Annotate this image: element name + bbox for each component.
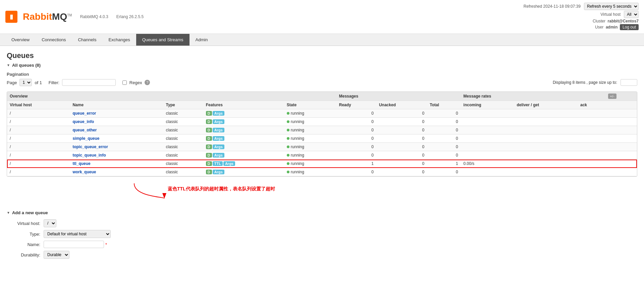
table-row[interactable]: /work_queueclassicDArgsrunning000 <box>7 168 637 176</box>
row-type: classic <box>163 168 203 176</box>
table-row[interactable]: /topic_queue_infoclassicDArgsrunning000 <box>7 151 637 160</box>
row-ready: 1 <box>336 160 376 168</box>
row-unacked: 0 <box>376 134 427 143</box>
form-row-name: Name: * <box>7 241 637 248</box>
row-incoming <box>461 134 514 143</box>
row-vhost: / <box>7 160 70 168</box>
vhost-form-select[interactable]: / <box>44 219 56 227</box>
row-name[interactable]: topic_queue_error <box>70 143 163 151</box>
pagination-controls: Page 1 of 1 Filter: Regex ? Displaying 8… <box>7 79 637 86</box>
row-name[interactable]: queue_info <box>70 118 163 126</box>
row-name[interactable]: queue_error <box>70 109 163 118</box>
row-ack <box>578 151 605 160</box>
row-unacked: 0 <box>376 109 427 118</box>
state-running: running <box>287 111 304 116</box>
row-incoming <box>461 143 514 151</box>
plus-minus-button[interactable]: +/- <box>608 94 616 99</box>
plus-minus-cell[interactable]: +/- <box>605 92 637 101</box>
form-row-vhost: Virtual host: / <box>7 219 637 227</box>
row-ack <box>578 109 605 118</box>
col-deliver-get: deliver / get <box>514 101 578 109</box>
content: Queues ▼ All queues (8) Pagination Page … <box>0 46 644 267</box>
vhost-select[interactable]: All <box>624 11 639 18</box>
triangle-icon: ▼ <box>7 63 10 67</box>
table-row[interactable]: /topic_queue_errorclassicDArgsrunning000 <box>7 143 637 151</box>
state-dot <box>287 154 289 157</box>
vhost-label: Virtual host <box>600 12 621 17</box>
durability-form-label: Durability: <box>7 252 40 257</box>
regex-help: ? <box>145 80 150 85</box>
pagination-label: Pagination <box>7 72 637 77</box>
user-label: User <box>595 25 603 30</box>
row-ack <box>578 126 605 134</box>
row-type: classic <box>163 126 203 134</box>
row-incoming <box>461 168 514 176</box>
refresh-select[interactable]: Refresh every 5 seconds <box>584 3 639 10</box>
row-total: 0 <box>427 151 461 160</box>
row-type: classic <box>163 151 203 160</box>
row-vhost: / <box>7 109 70 118</box>
row-total: 0 <box>427 126 461 134</box>
header-right: Refreshed 2024-11-18 09:07:39 Refresh ev… <box>524 3 639 31</box>
table-row[interactable]: /queue_otherclassicDArgsrunning000 <box>7 126 637 134</box>
nav: Overview Connections Channels Exchanges … <box>0 34 644 46</box>
nav-item-overview[interactable]: Overview <box>5 34 36 46</box>
type-form-select[interactable]: Default for virtual host <box>44 230 111 238</box>
state-dot <box>287 129 289 131</box>
row-unacked: 0 <box>376 143 427 151</box>
col-ready: Ready <box>336 101 376 109</box>
annotation-text: 蓝色TTL代表队列的超时属性，表名队列设置了超时 <box>168 186 275 192</box>
page-select[interactable]: 1 <box>19 79 32 86</box>
name-form-label: Name: <box>7 242 40 247</box>
row-name[interactable]: queue_other <box>70 126 163 134</box>
row-incoming <box>461 151 514 160</box>
row-name[interactable]: simple_queue <box>70 134 163 143</box>
row-vhost: / <box>7 143 70 151</box>
row-vhost: / <box>7 134 70 143</box>
nav-item-channels[interactable]: Channels <box>72 34 102 46</box>
row-state: running <box>284 151 336 160</box>
row-features: DArgs <box>203 151 284 160</box>
state-running: running <box>287 119 304 124</box>
durability-form-select[interactable]: Durable <box>44 251 69 259</box>
col-incoming: incoming <box>461 101 514 109</box>
logo-text: RabbitMQTM <box>23 11 72 22</box>
col-extra <box>605 101 637 109</box>
row-vhost: / <box>7 118 70 126</box>
all-queues-header[interactable]: ▼ All queues (8) <box>7 63 637 68</box>
table-row[interactable]: /queue_errorclassicDArgsrunning000 <box>7 109 637 118</box>
all-queues-label: All queues (8) <box>12 63 41 68</box>
add-queue-label: Add a new queue <box>12 210 48 215</box>
row-state: running <box>284 126 336 134</box>
row-features: DArgs <box>203 126 284 134</box>
page-title: Queues <box>7 51 637 60</box>
filter-label: Filter: <box>49 80 60 85</box>
filter-input[interactable] <box>62 79 116 86</box>
state-running: running <box>287 144 304 149</box>
name-form-input[interactable] <box>44 241 104 248</box>
table-row[interactable]: /ttl_queueclassicDTTLArgsrunning1010.00/… <box>7 160 637 168</box>
regex-checkbox[interactable] <box>122 80 127 85</box>
row-features: DTTLArgs <box>203 160 284 168</box>
row-ack <box>578 143 605 151</box>
nav-item-queues[interactable]: Queues and Streams <box>136 34 190 46</box>
row-name[interactable]: ttl_queue <box>70 160 163 168</box>
row-extra <box>605 143 637 151</box>
add-queue-header[interactable]: ▼ Add a new queue <box>7 210 637 215</box>
state-running: running <box>287 161 304 166</box>
state-running: running <box>287 153 304 158</box>
row-name[interactable]: topic_queue_info <box>70 151 163 160</box>
row-name[interactable]: work_queue <box>70 168 163 176</box>
pagesize-input[interactable]: 100 <box>621 79 637 86</box>
nav-item-connections[interactable]: Connections <box>36 34 72 46</box>
table-row[interactable]: /queue_infoclassicDArgsrunning000 <box>7 118 637 126</box>
table-row[interactable]: /simple_queueclassicDArgsrunning000 <box>7 134 637 143</box>
row-ready: 0 <box>336 134 376 143</box>
annotation-arrow <box>131 180 171 200</box>
logout-button[interactable]: Log out <box>620 24 639 30</box>
nav-item-exchanges[interactable]: Exchanges <box>102 34 136 46</box>
cluster-value: rabbit@Centos7 <box>608 19 639 23</box>
nav-item-admin[interactable]: Admin <box>190 34 214 46</box>
row-type: classic <box>163 109 203 118</box>
refresh-row: Refreshed 2024-11-18 09:07:39 Refresh ev… <box>524 3 639 10</box>
